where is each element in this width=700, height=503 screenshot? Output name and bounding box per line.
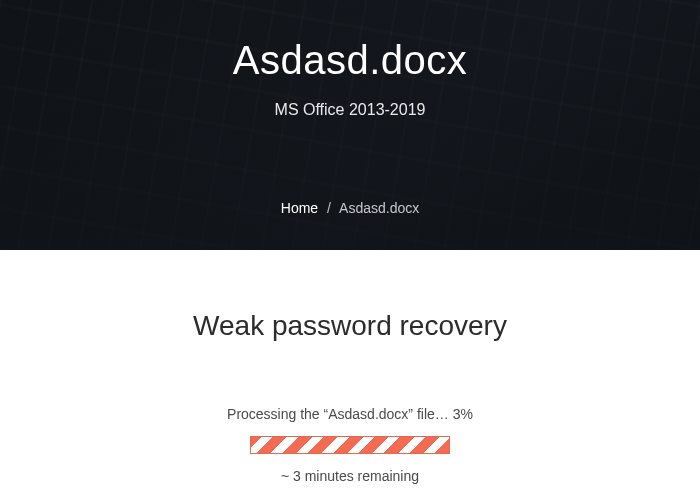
breadcrumb-home-link[interactable]: Home [281, 200, 318, 216]
breadcrumb-separator: / [327, 200, 331, 216]
progress-bar-container [40, 436, 660, 454]
page-title: Asdasd.docx [0, 38, 700, 83]
hero-content: Asdasd.docx MS Office 2013-2019 [0, 0, 700, 119]
progress-bar-fill [251, 437, 449, 453]
time-remaining: ~ 3 minutes remaining [40, 468, 660, 484]
progress-bar [250, 436, 450, 454]
processing-status: Processing the “Asdasd.docx” file… 3% [40, 406, 660, 422]
hero-banner: Asdasd.docx MS Office 2013-2019 Home / A… [0, 0, 700, 250]
main-content: Weak password recovery Processing the “A… [0, 250, 700, 503]
page-subtitle: MS Office 2013-2019 [0, 101, 700, 119]
breadcrumb-current: Asdasd.docx [339, 200, 419, 216]
section-heading: Weak password recovery [40, 310, 660, 342]
breadcrumb: Home / Asdasd.docx [0, 200, 700, 216]
